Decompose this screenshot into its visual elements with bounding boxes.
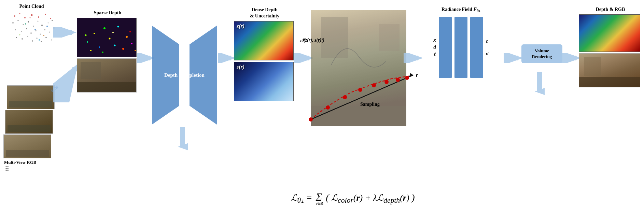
svg-point-34 xyxy=(34,29,36,30)
svg-point-83 xyxy=(405,76,409,80)
arrow-pc-right xyxy=(53,27,77,38)
radiance-field-label: Radiance Field Fθ₁ xyxy=(420,7,502,13)
svg-point-4 xyxy=(38,16,39,18)
zr-label: z(r) xyxy=(237,23,244,29)
vr-label: VolumeRendering xyxy=(532,48,552,60)
svg-point-36 xyxy=(19,34,20,35)
svg-point-19 xyxy=(30,32,32,34)
sparse-depth-label: Sparse Depth xyxy=(77,10,138,16)
svg-point-33 xyxy=(25,23,26,25)
svg-point-0 xyxy=(14,15,15,17)
nn-bar-1 xyxy=(439,17,452,78)
sparse-depth-photo xyxy=(77,58,137,92)
svg-point-9 xyxy=(23,24,24,25)
svg-point-5 xyxy=(45,14,46,15)
svg-point-6 xyxy=(50,18,51,19)
zr-container: z(r) xyxy=(234,21,294,60)
svg-point-31 xyxy=(45,37,47,38)
vr-box: VolumeRendering xyxy=(521,44,562,63)
svg-point-47 xyxy=(87,41,88,43)
svg-point-81 xyxy=(384,80,389,84)
svg-point-54 xyxy=(102,52,103,53)
svg-point-13 xyxy=(41,25,43,26)
svg-point-37 xyxy=(46,26,48,27)
depth-completion-label: Depth Completion xyxy=(152,26,217,125)
svg-point-23 xyxy=(49,32,50,33)
svg-point-18 xyxy=(26,28,27,29)
nn-diagram: x d ℓ c σ xyxy=(420,17,502,78)
output-section: Depth & RGB xyxy=(579,7,642,87)
photo-3 xyxy=(3,134,51,158)
photo-1 xyxy=(7,85,55,109)
arrow-dc-to-dense xyxy=(218,53,235,63)
svg-point-39 xyxy=(39,39,40,41)
svg-point-17 xyxy=(21,31,22,32)
point-cloud-section: Point Cloud xyxy=(7,3,56,48)
diagram-container: Point Cloud xyxy=(0,0,644,215)
svg-point-45 xyxy=(94,33,95,34)
svg-point-50 xyxy=(99,46,100,48)
arrow-vr-down xyxy=(534,72,545,96)
svg-point-58 xyxy=(135,50,136,51)
svg-point-26 xyxy=(22,38,23,40)
dense-depth-label: Dense Depth& Uncertainty xyxy=(234,7,295,19)
svg-point-29 xyxy=(36,38,38,39)
point-cloud-svg xyxy=(8,11,56,48)
nn-inputs: x d ℓ xyxy=(433,37,436,57)
svg-point-79 xyxy=(358,88,362,92)
dense-depth-section: Dense Depth& Uncertainty z(r) s(r) xyxy=(234,7,295,101)
svg-point-55 xyxy=(131,43,132,44)
volume-rendering-section: VolumeRendering xyxy=(520,44,564,66)
svg-point-22 xyxy=(44,29,45,30)
svg-point-10 xyxy=(28,21,29,23)
svg-point-15 xyxy=(52,20,53,21)
svg-point-25 xyxy=(16,37,17,38)
svg-point-51 xyxy=(114,45,116,46)
svg-marker-75 xyxy=(409,73,413,77)
sparse-depth-section: Sparse Depth xyxy=(77,10,138,92)
svg-point-48 xyxy=(109,38,111,40)
svg-point-77 xyxy=(326,105,330,110)
svg-point-80 xyxy=(372,83,376,87)
arrow-vr-to-output xyxy=(562,53,580,63)
svg-point-43 xyxy=(103,27,106,29)
formula-section: ℒθ₁ = Σ r∈R ( ℒcolor(r) + λℒdepth(r) ) xyxy=(164,191,542,205)
svg-point-30 xyxy=(41,41,42,42)
point-cloud-label: Point Cloud xyxy=(7,3,56,10)
svg-point-28 xyxy=(32,40,33,42)
svg-point-14 xyxy=(47,23,48,24)
rgb-out-img xyxy=(579,53,640,87)
svg-text:r: r xyxy=(416,72,418,78)
svg-point-38 xyxy=(29,17,30,18)
svg-point-35 xyxy=(43,35,44,36)
arrow-dc-down xyxy=(178,127,188,151)
sampling-svg: Sampling r xyxy=(297,34,417,143)
svg-point-82 xyxy=(396,78,400,82)
svg-point-53 xyxy=(122,48,124,50)
svg-point-8 xyxy=(17,20,19,21)
svg-text:Sampling: Sampling xyxy=(360,102,380,107)
nn-bar-3 xyxy=(470,17,483,78)
sr-container: s(r) xyxy=(234,62,294,101)
svg-point-57 xyxy=(112,32,114,33)
multiview-section: Multi-View RGB ⠿ xyxy=(3,85,60,173)
svg-point-44 xyxy=(117,26,119,28)
svg-point-78 xyxy=(343,95,347,99)
photo-2 xyxy=(5,110,53,134)
svg-point-1 xyxy=(19,13,20,14)
multiview-label: Multi-View RGB xyxy=(3,160,60,165)
sparse-depth-img xyxy=(77,18,137,57)
svg-point-7 xyxy=(12,22,14,24)
nn-bar-2 xyxy=(454,17,467,78)
svg-point-46 xyxy=(126,36,128,38)
radiance-field-section: Radiance Field Fθ₁ x d ℓ c σ xyxy=(420,7,502,78)
formula-text: ℒθ₁ = Σ r∈R ( ℒcolor(r) + λℒdepth(r) ) xyxy=(291,191,415,205)
depth-rgb-label: Depth & RGB xyxy=(579,7,642,12)
svg-point-32 xyxy=(51,40,52,41)
depth-out-img xyxy=(579,14,640,52)
svg-point-49 xyxy=(129,31,131,32)
svg-point-27 xyxy=(27,36,28,37)
nn-outputs: c σ xyxy=(486,38,489,57)
svg-point-12 xyxy=(37,21,38,22)
sr-label: s(r) xyxy=(237,64,244,70)
